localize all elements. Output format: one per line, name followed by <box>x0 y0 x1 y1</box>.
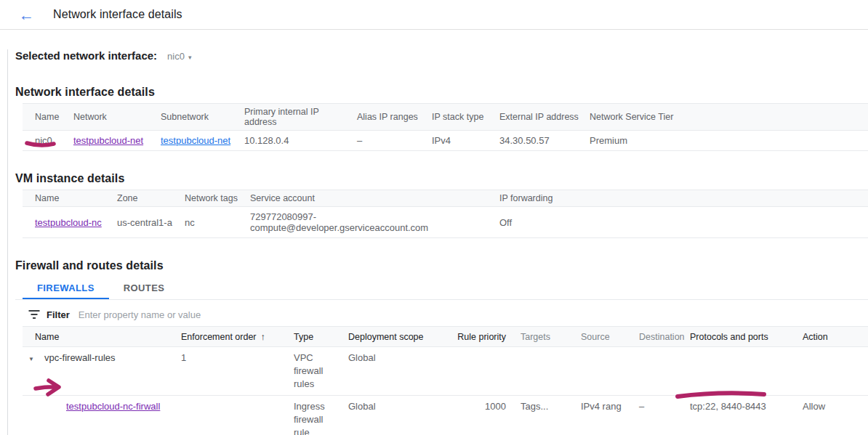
fw-col-destination: Destination <box>633 327 684 347</box>
fw-col-targets: Targets <box>515 327 575 347</box>
fw-col-action: Action <box>797 327 868 347</box>
interface-selector-label: Selected network interface: <box>15 49 157 62</box>
nic-col-alias: Alias IP ranges <box>357 104 432 131</box>
filter-label: Filter <box>47 309 70 320</box>
nic-stack-type: IPv4 <box>432 135 451 146</box>
nic-col-name: Name <box>23 104 73 131</box>
firewall-rule-row: testpubcloud-nc-firwall Ingress firewall… <box>23 396 868 435</box>
nic-col-primary-ip: Primary internal IP address <box>244 104 357 131</box>
fw-col-priority: Rule priority <box>433 327 515 347</box>
nic-col-subnetwork: Subnetwork <box>161 104 244 131</box>
vm-col-name: Name <box>23 190 117 207</box>
nic-table: Name Network Subnetwork Primary internal… <box>23 103 868 151</box>
filter-list-icon[interactable] <box>28 310 40 319</box>
vm-ip-forwarding: Off <box>499 217 512 228</box>
filter-bar: Filter <box>23 304 868 325</box>
expand-row-icon[interactable]: ▼ <box>28 353 44 366</box>
fw-rule-protocols: tcp:22, 8440-8443 <box>690 400 789 413</box>
fw-rule-scope: Global <box>348 401 376 412</box>
vm-table-header-row: Name Zone Network tags Service account I… <box>23 190 868 207</box>
firewall-table: Name Enforcement order↑ Type Deployment … <box>23 326 868 435</box>
sort-ascending-icon: ↑ <box>261 331 266 342</box>
nic-primary-ip: 10.128.0.4 <box>244 135 289 146</box>
nic-name: nic0 <box>35 135 52 146</box>
fw-group-type: VPC firewall rules <box>294 352 323 389</box>
fw-col-name: Name <box>23 327 175 347</box>
fw-rule-priority: 1000 <box>485 401 506 412</box>
vm-service-account: 729772080997-compute@developer.gservicea… <box>250 211 428 233</box>
filter-input[interactable] <box>79 309 868 320</box>
vm-table: Name Zone Network tags Service account I… <box>23 190 868 238</box>
vm-col-service-account: Service account <box>250 190 499 207</box>
nic-network-link[interactable]: testpubcloud-net <box>73 135 143 146</box>
nic-col-stack: IP stack type <box>432 104 499 131</box>
firewall-routes-tabs: FIREWALLS ROUTES <box>15 278 868 300</box>
interface-selector: Selected network interface: nic0 ▾ <box>15 49 868 62</box>
back-arrow-icon[interactable]: ← <box>19 7 34 23</box>
page-header: ← Network interface details <box>0 0 868 30</box>
nic-external-ip: 34.30.50.57 <box>499 135 550 146</box>
vm-col-tags: Network tags <box>185 190 250 207</box>
fw-group-scope: Global <box>348 352 376 363</box>
vm-section-title: VM instance details <box>15 172 868 185</box>
nic-alias-ranges: – <box>357 135 362 146</box>
fw-col-scope: Deployment scope <box>342 327 433 347</box>
fw-col-enforcement[interactable]: Enforcement order↑ <box>175 327 288 347</box>
nic-table-row: nic0 testpubcloud-net testpubcloud-net 1… <box>23 131 868 151</box>
vm-col-zone: Zone <box>117 190 185 207</box>
fw-rule-destination: – <box>639 401 644 412</box>
fw-rule-action: Allow <box>803 401 825 412</box>
dropdown-caret-icon[interactable]: ▾ <box>188 54 192 61</box>
firewall-group-row: ▼vpc-firewall-rules 1 VPC firewall rules… <box>23 347 868 396</box>
firewall-section-title: Firewall and routes details <box>15 259 868 272</box>
fw-rule-source: IPv4 rang <box>581 400 626 413</box>
tab-firewalls[interactable]: FIREWALLS <box>23 278 109 299</box>
fw-col-type: Type <box>288 327 342 347</box>
firewall-table-header-row: Name Enforcement order↑ Type Deployment … <box>23 327 868 347</box>
fw-rule-type: Ingress firewall rule <box>294 401 325 435</box>
vm-table-row: testpubcloud-nc us-central1-a nc 7297720… <box>23 207 868 238</box>
nic-col-network: Network <box>73 104 161 131</box>
tab-routes[interactable]: ROUTES <box>109 278 180 299</box>
fw-col-source: Source <box>575 327 633 347</box>
fw-rule-name-link[interactable]: testpubcloud-nc-firwall <box>66 401 160 412</box>
nic-subnetwork-link[interactable]: testpubcloud-net <box>161 135 230 146</box>
main-panel: Selected network interface: nic0 ▾ Netwo… <box>7 49 868 435</box>
vm-name-link[interactable]: testpubcloud-nc <box>35 217 102 228</box>
nic-section-title: Network interface details <box>15 86 868 99</box>
fw-group-enforcement: 1 <box>181 352 186 363</box>
fw-rule-targets: Tags... <box>521 400 568 413</box>
fw-col-enforcement-label: Enforcement order <box>181 332 257 342</box>
vm-col-ip-forwarding: IP forwarding <box>499 190 868 207</box>
fw-col-protocols: Protocols and ports <box>684 327 797 347</box>
vm-network-tags: nc <box>185 217 195 228</box>
nic-table-header-row: Name Network Subnetwork Primary internal… <box>23 104 868 131</box>
page-title: Network interface details <box>53 8 182 21</box>
vm-zone: us-central1-a <box>117 217 172 228</box>
nic-col-external-ip: External IP address <box>499 104 590 131</box>
nic-col-tier: Network Service Tier <box>590 104 868 131</box>
nic-service-tier: Premium <box>590 135 627 146</box>
fw-group-name: vpc-firewall-rules <box>44 352 116 363</box>
interface-selector-value[interactable]: nic0 <box>167 51 185 62</box>
